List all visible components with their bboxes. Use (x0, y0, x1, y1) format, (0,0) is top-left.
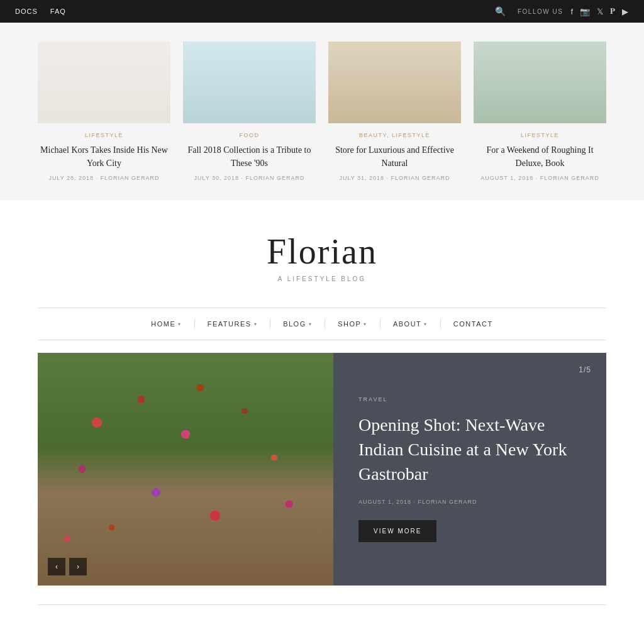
bottom-divider (38, 604, 606, 605)
post-title-2: Fall 2018 Collection is a Tribute to The… (183, 143, 316, 170)
youtube-icon[interactable]: ▶ (622, 7, 629, 16)
chevron-down-icon: ▾ (309, 321, 313, 327)
facebook-icon[interactable]: f (570, 7, 574, 16)
chevron-down-icon: ▾ (178, 321, 182, 327)
post-category-2: FOOD (183, 132, 316, 138)
nav-contact[interactable]: CONTACT (441, 320, 506, 328)
post-title-1: Michael Kors Takes Inside His New York C… (38, 143, 170, 170)
nav-container: HOME ▾ FEATURES ▾ BLOG ▾ SHOP ▾ ABOUT ▾ … (38, 308, 606, 340)
recent-posts-section: LIFESTYLE Michael Kors Takes Inside His … (0, 23, 644, 200)
post-image-2 (183, 42, 316, 123)
nav-features[interactable]: FEATURES ▾ (195, 320, 270, 328)
slide-counter: 1/5 (579, 365, 591, 374)
post-category-3: BEAUTY, LIFESTYLE (328, 132, 461, 138)
docs-link[interactable]: DOCS (15, 8, 38, 15)
chevron-down-icon: ▾ (424, 321, 428, 327)
pinterest-icon[interactable]: 𝐏 (610, 6, 616, 16)
slider-controls: ‹ › (48, 558, 87, 575)
hero-content: 1/5 TRAVEL Opening Shot: Next-Wave India… (333, 353, 606, 586)
hero-slider: ‹ › 1/5 TRAVEL Opening Shot: Next-Wave I… (38, 353, 606, 586)
social-icons: f 📷 𝕏 𝐏 ▶ (570, 6, 629, 16)
post-meta-4: AUGUST 1, 2018 · FLORIAN GERARD (474, 175, 606, 181)
top-bar-right: 🔍 FOLLOW US f 📷 𝕏 𝐏 ▶ (495, 6, 629, 16)
chevron-down-icon: ▾ (364, 321, 367, 327)
top-bar: DOCS FAQ 🔍 FOLLOW US f 📷 𝕏 𝐏 ▶ (0, 0, 644, 23)
post-title-3: Store for Luxurious and Effective Natura… (328, 143, 461, 170)
main-nav: HOME ▾ FEATURES ▾ BLOG ▾ SHOP ▾ ABOUT ▾ … (38, 308, 606, 340)
brand-tagline: A LIFESTYLE BLOG (13, 275, 631, 282)
instagram-icon[interactable]: 📷 (580, 7, 591, 16)
posts-grid: LIFESTYLE Michael Kors Takes Inside His … (38, 42, 606, 181)
post-thumbnail-1 (38, 42, 170, 123)
hero-title: Opening Shot: Next-Wave Indian Cuisine a… (358, 413, 581, 487)
hero-image-content: ‹ › (38, 353, 333, 586)
slider-prev-button[interactable]: ‹ (48, 558, 65, 575)
post-thumbnail-2 (183, 42, 316, 123)
post-meta-2: JULY 30, 2018 · FLORIAN GERARD (183, 175, 316, 181)
post-card-2[interactable]: FOOD Fall 2018 Collection is a Tribute t… (183, 42, 316, 181)
nav-shop[interactable]: SHOP ▾ (325, 320, 380, 328)
search-icon[interactable]: 🔍 (495, 6, 506, 16)
post-image-3 (328, 42, 461, 123)
post-category-4: LIFESTYLE (474, 132, 606, 138)
post-card-4[interactable]: LIFESTYLE For a Weekend of Roughing It D… (474, 42, 606, 181)
post-card-1[interactable]: LIFESTYLE Michael Kors Takes Inside His … (38, 42, 170, 181)
post-thumbnail-3 (328, 42, 461, 123)
hero-category: TRAVEL (358, 396, 581, 402)
post-image-4 (474, 42, 606, 123)
hero-meta: AUGUST 1, 2018 · FLORIAN GERARD (358, 499, 581, 505)
follow-us-label: FOLLOW US (518, 8, 563, 15)
brand-name: Florian (13, 231, 631, 272)
post-meta-1: JULY 28, 2018 · FLORIAN GERARD (38, 175, 170, 181)
hero-image: ‹ › (38, 353, 333, 586)
post-meta-3: JULY 31, 2018 · FLORIAN GERARD (328, 175, 461, 181)
chevron-down-icon: ▾ (254, 321, 258, 327)
post-card-3[interactable]: BEAUTY, LIFESTYLE Store for Luxurious an… (328, 42, 461, 181)
post-thumbnail-4 (474, 42, 606, 123)
post-image-1 (38, 42, 170, 123)
nav-blog[interactable]: BLOG ▾ (270, 320, 325, 328)
post-category-1: LIFESTYLE (38, 132, 170, 138)
faq-link[interactable]: FAQ (50, 8, 66, 15)
post-title-4: For a Weekend of Roughing It Deluxe, Boo… (474, 143, 606, 170)
nav-about[interactable]: ABOUT ▾ (380, 320, 440, 328)
twitter-icon[interactable]: 𝕏 (597, 7, 604, 16)
top-bar-nav: DOCS FAQ (15, 8, 66, 15)
slider-next-button[interactable]: › (69, 558, 87, 575)
brand-section: Florian A LIFESTYLE BLOG (0, 200, 644, 295)
nav-home[interactable]: HOME ▾ (138, 320, 194, 328)
view-more-button[interactable]: VIEW MORE (358, 520, 436, 542)
